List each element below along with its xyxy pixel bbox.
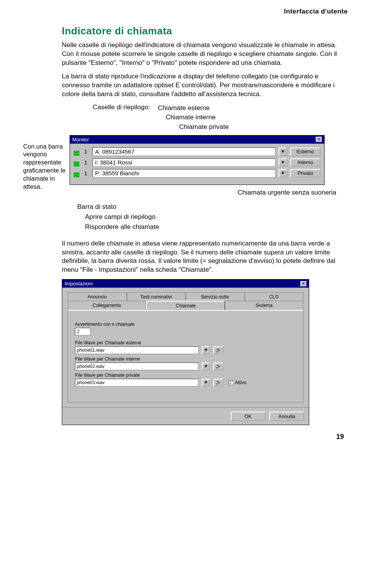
- wave-prv-play-icon[interactable]: 🔊: [213, 379, 223, 386]
- caselle-legend: Caselle di riepilogo: Chiamate esterne C…: [93, 103, 348, 132]
- close-icon[interactable]: ✕: [300, 281, 306, 286]
- wave-int-dropdown-icon[interactable]: ▼: [202, 363, 210, 370]
- checkbox-icon[interactable]: ✓: [229, 380, 233, 385]
- wave-ext-label: File Wave per Chiamate esterne: [75, 340, 296, 346]
- warn-label: Avvertimento con n chiamate: [75, 322, 296, 327]
- section-title: Indicatore di chiamata: [62, 25, 348, 37]
- tab-clo[interactable]: CLO: [245, 292, 304, 301]
- paragraph-3: Il numero delle chiamate in attesa viene…: [62, 239, 348, 275]
- cancel-button[interactable]: Annulla: [269, 412, 304, 421]
- label-barra-stato: Barra di stato: [77, 202, 348, 212]
- wave-int-play-icon[interactable]: 🔊: [213, 363, 223, 370]
- count-privato: 1: [82, 170, 89, 176]
- interno-button[interactable]: Interno: [290, 158, 320, 167]
- tab-sistema[interactable]: Sistema: [225, 301, 303, 310]
- legend-esterne: Chiamate esterne: [158, 103, 229, 113]
- tab-annuncio[interactable]: Annuncio: [68, 292, 127, 301]
- wave-int-label: File Wave per Chiamate interne: [75, 356, 296, 362]
- close-icon[interactable]: ✕: [316, 137, 322, 142]
- esterno-button[interactable]: Esterno: [290, 147, 320, 156]
- tab-chiamate[interactable]: Chiamate: [146, 301, 225, 310]
- monitor-row-esterno: 1 A: 0891234567 ▼ Esterno: [74, 147, 320, 156]
- privato-button[interactable]: Privato: [290, 169, 320, 178]
- callout-labels: Barra di stato Aprire campi di riepilogo…: [77, 202, 348, 232]
- tab-tasti-nominativi[interactable]: Tasti nominativi: [127, 292, 186, 301]
- wave-prv-dropdown-icon[interactable]: ▼: [202, 379, 210, 386]
- monitor-row-interno: 1 I: 38041 Rossi ▼ Interno: [74, 158, 320, 167]
- label-aprire-campi: Aprire campi di riepilogo: [85, 212, 348, 222]
- ok-button[interactable]: OK: [231, 412, 265, 421]
- label-rispondere: Rispondere alle chiamate: [85, 222, 348, 232]
- monitor-window: Monitor ✕ 1 A: 0891234567 ▼ Esterno 1 I:: [70, 135, 325, 185]
- tab-servizio-notte[interactable]: Servizio notte: [186, 292, 245, 301]
- wave-ext-play-icon[interactable]: 🔊: [213, 346, 223, 354]
- active-checkbox[interactable]: ✓ Attivo: [229, 380, 247, 385]
- wave-ext-input[interactable]: phone01.wav: [75, 346, 199, 354]
- paragraph-1: Nelle caselle di riepilogo dell'indicato…: [62, 41, 348, 68]
- settings-titlebar[interactable]: Impostazioni ✕: [62, 280, 309, 288]
- chapter-header: Interfaccia d'utente: [23, 8, 348, 15]
- bar-indicator: [74, 173, 79, 177]
- tab-collegamento[interactable]: Collegamento: [68, 301, 146, 310]
- field-interno[interactable]: I: 38041 Rossi: [92, 158, 276, 167]
- wave-prv-label: File Wave per Chiamate private: [75, 373, 296, 378]
- legend-interne: Chiamate interne: [165, 113, 229, 122]
- paragraph-2: La barra di stato riproduce l'indicazion…: [62, 72, 348, 99]
- active-checkbox-label: Attivo: [235, 380, 247, 385]
- warn-input[interactable]: 2: [75, 328, 90, 336]
- monitor-title: Monitor: [72, 137, 89, 142]
- monitor-row-privato: 1 P: 38559 Bianchi ▼ Privato: [74, 169, 320, 178]
- bar-indicator: [74, 151, 79, 156]
- wave-prv-input[interactable]: phone03.wav: [75, 379, 199, 386]
- dropdown-privato-icon[interactable]: ▼: [279, 169, 287, 178]
- count-esterno: 1: [82, 148, 89, 155]
- settings-dialog: Impostazioni ✕ Annuncio Tasti nominativi…: [62, 279, 309, 425]
- settings-title: Impostazioni: [65, 281, 93, 286]
- count-interno: 1: [82, 159, 89, 166]
- wave-ext-dropdown-icon[interactable]: ▼: [202, 346, 210, 354]
- field-esterno[interactable]: A: 0891234567: [92, 147, 276, 156]
- bar-indicator: [74, 162, 79, 166]
- tab-panel-chiamate: Avvertimento con n chiamate 2 File Wave …: [68, 310, 303, 403]
- dropdown-interno-icon[interactable]: ▼: [279, 158, 287, 167]
- side-note: Con una barra vengono rappresentate graf…: [23, 143, 66, 191]
- field-privato[interactable]: P: 38559 Bianchi: [92, 169, 276, 178]
- monitor-titlebar[interactable]: Monitor ✕: [70, 136, 324, 144]
- dropdown-esterno-icon[interactable]: ▼: [279, 147, 287, 156]
- caselle-label: Caselle di riepilogo:: [93, 103, 150, 132]
- legend-private: Chiamate private: [179, 122, 229, 132]
- wave-int-input[interactable]: phone02.wav: [75, 363, 199, 370]
- urgent-call-label: Chiamata urgente senza suoneria: [70, 189, 348, 197]
- page-number: 19: [23, 433, 348, 441]
